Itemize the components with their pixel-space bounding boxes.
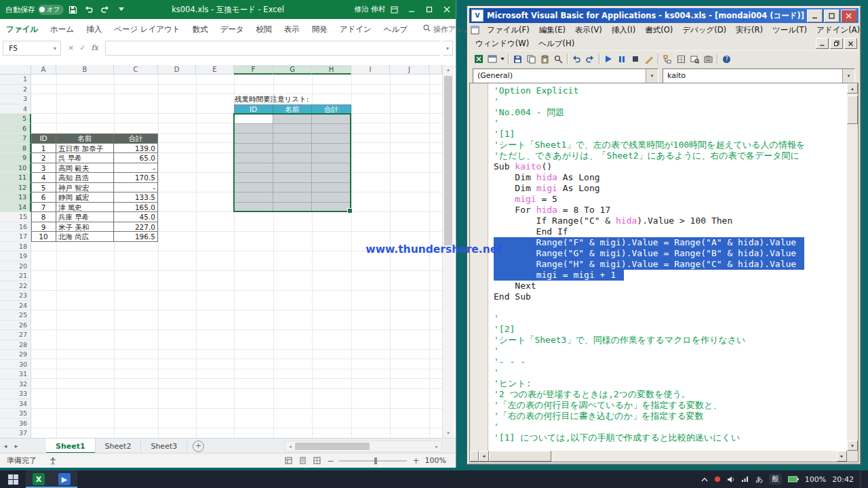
cell-B14[interactable]: 津 篤史	[56, 203, 114, 213]
code-line-11[interactable]: migi = 5	[494, 194, 847, 205]
code-line-28[interactable]: 'ヒント:	[494, 378, 847, 389]
cell-H4[interactable]: 合計	[312, 104, 351, 115]
code-line-3[interactable]: 'No.004 - 問題	[494, 107, 847, 118]
cell-C10[interactable]: -	[114, 163, 158, 174]
ribbon-tab-help[interactable]: ヘルプ	[378, 24, 414, 35]
cell-G13[interactable]	[273, 192, 312, 203]
row-header-25[interactable]: 25	[0, 310, 31, 321]
row-header-8[interactable]: 8	[0, 144, 31, 154]
row-header-18[interactable]: 18	[0, 242, 31, 252]
col-header-G[interactable]: G	[273, 65, 312, 75]
minimize-button[interactable]	[403, 0, 420, 19]
code-line-5[interactable]: '[1]	[494, 129, 847, 140]
code-line-25[interactable]: '	[494, 346, 847, 357]
ribbon-tab-formulas[interactable]: 数式	[186, 24, 214, 35]
row-header-19[interactable]: 19	[0, 251, 31, 262]
row-header-36[interactable]: 36	[0, 419, 31, 429]
code-line-31[interactable]: '「右の表の何行目に書き込むのか」を指定する変数	[494, 411, 847, 422]
cell-B9[interactable]: 呉 早希	[56, 153, 114, 163]
code-line-13[interactable]: If Range("C" & hida).Value > 100 Then	[494, 216, 847, 226]
cell-A17[interactable]: 10	[31, 232, 56, 242]
row-header-12[interactable]: 12	[0, 183, 31, 193]
new-sheet-button[interactable]: +	[193, 441, 204, 452]
quick-access-dropdown-icon[interactable]	[114, 3, 129, 16]
row-header-31[interactable]: 31	[0, 369, 31, 380]
vba-menu-tools[interactable]: ツール(T)	[768, 24, 812, 37]
cell-H6[interactable]	[312, 124, 351, 134]
redo-icon[interactable]	[98, 3, 113, 16]
cell-F5[interactable]	[234, 114, 273, 124]
cell-F8[interactable]	[234, 144, 273, 154]
help-icon[interactable]: ?	[719, 53, 733, 65]
insert-userform-icon[interactable]	[486, 53, 499, 65]
undo-icon[interactable]	[570, 53, 583, 65]
cell-G11[interactable]	[273, 173, 312, 183]
cell-G12[interactable]	[273, 183, 312, 193]
cell-F9[interactable]	[234, 153, 273, 163]
row-header-16[interactable]: 16	[0, 222, 31, 232]
col-header-I[interactable]: I	[351, 65, 390, 75]
code-line-20[interactable]: End Sub	[494, 291, 847, 302]
cell-G4[interactable]: 名前	[273, 104, 312, 115]
cell-H12[interactable]	[312, 183, 351, 193]
scroll-right-icon[interactable]: ▸	[432, 444, 441, 449]
cell-H10[interactable]	[312, 163, 351, 174]
ribbon-tab-file[interactable]: ファイル	[0, 24, 44, 35]
cell-F11[interactable]	[234, 173, 273, 183]
cell-F13[interactable]	[234, 192, 273, 203]
row-header-4[interactable]: 4	[0, 104, 31, 115]
code-margin-bar[interactable]	[470, 83, 488, 451]
taskbar-app-excel[interactable]: X	[26, 470, 52, 488]
project-explorer-icon[interactable]	[660, 53, 674, 65]
cell-A16[interactable]: 9	[31, 222, 56, 232]
object-combo[interactable]: (General) ▾	[473, 68, 658, 83]
volume-icon[interactable]	[727, 476, 735, 483]
scroll-left-icon[interactable]: ◂	[285, 444, 295, 449]
code-line-17[interactable]: Range("H" & migi).Value = Range("C" & hi…	[494, 259, 847, 270]
code-line-24[interactable]: 'シート「Sheet3」で、同様の作業をするマクロを作りなさい	[494, 335, 847, 346]
object-combo-dropdown-icon[interactable]: ▾	[646, 69, 658, 83]
vba-minimize-button[interactable]	[807, 9, 823, 22]
code-line-27[interactable]: '	[494, 367, 847, 378]
cell-G9[interactable]	[273, 153, 312, 163]
col-header-C[interactable]: C	[114, 65, 158, 75]
code-line-29[interactable]: '2 つの表が登場するときは,2つの変数を使う。	[494, 389, 847, 400]
select-all-corner[interactable]	[0, 65, 31, 75]
insert-object-dropdown-icon[interactable]	[499, 53, 506, 65]
cell-A7[interactable]: ID	[31, 134, 56, 144]
vba-menu-file[interactable]: ファイル(F)	[482, 24, 534, 37]
child-minimize-icon[interactable]	[816, 38, 829, 49]
accessibility-icon[interactable]	[49, 457, 57, 465]
cell-A15[interactable]: 8	[31, 212, 56, 222]
vba-close-button[interactable]	[841, 9, 856, 22]
ribbon-tab-data[interactable]: データ	[214, 24, 250, 35]
properties-window-icon[interactable]	[674, 53, 688, 65]
vba-menu-debug[interactable]: デバッグ(D)	[677, 24, 731, 37]
sheet-nav-left-icon[interactable]: ◂	[0, 443, 11, 449]
row-header-9[interactable]: 9	[0, 153, 31, 163]
cell-F7[interactable]	[234, 134, 273, 144]
cell-A11[interactable]: 4	[31, 173, 56, 183]
code-scroll-left-icon[interactable]: ◂	[479, 451, 489, 462]
cell-C8[interactable]: 139.0	[114, 144, 158, 154]
cell-C9[interactable]: 65.0	[114, 153, 158, 163]
row-header-15[interactable]: 15	[0, 212, 31, 222]
enter-icon[interactable]: ✓	[79, 43, 85, 52]
code-line-22[interactable]: '	[494, 313, 847, 324]
cell-C11[interactable]: 170.5	[114, 173, 158, 183]
cell-A10[interactable]: 3	[31, 163, 56, 174]
vba-menu-addins[interactable]: アドイン(A)	[812, 24, 865, 37]
close-button[interactable]	[438, 0, 456, 19]
code-vscroll-thumb[interactable]	[847, 96, 858, 124]
ribbon-tab-home[interactable]: ホーム	[44, 24, 80, 35]
code-scroll-right-icon[interactable]: ▸	[837, 451, 847, 462]
code-window-icon[interactable]	[471, 26, 479, 35]
cell-A13[interactable]: 6	[31, 192, 56, 203]
cell-H5[interactable]	[312, 114, 351, 124]
ribbon-tab-view[interactable]: 表示	[278, 24, 306, 35]
row-header-21[interactable]: 21	[0, 271, 31, 281]
code-line-23[interactable]: '[2]	[494, 324, 847, 335]
code-split-box[interactable]	[470, 451, 479, 462]
save-icon[interactable]	[511, 53, 524, 65]
code-line-21[interactable]	[494, 302, 847, 313]
